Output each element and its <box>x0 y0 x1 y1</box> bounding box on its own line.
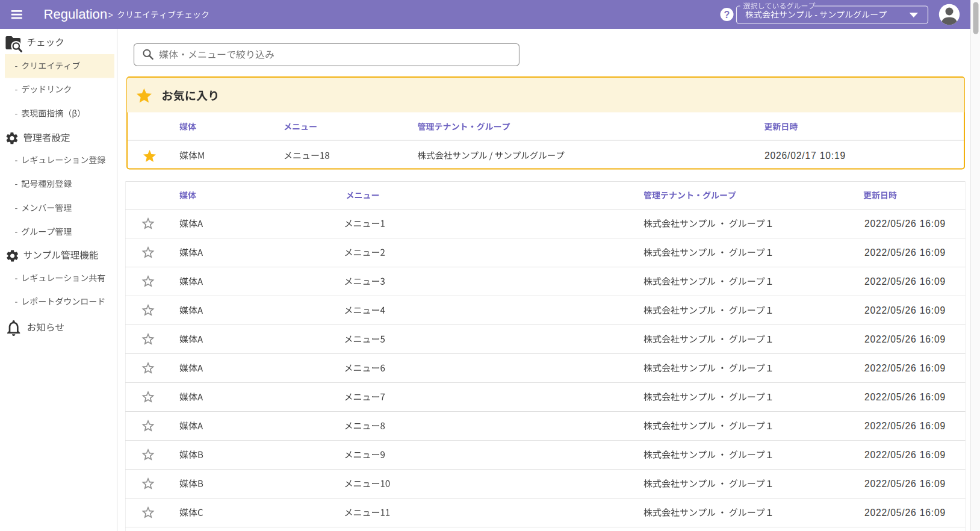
svg-text:2022/05/26 16:09: 2022/05/26 16:09 <box>864 334 946 344</box>
svg-text:2022/05/26 16:09: 2022/05/26 16:09 <box>864 305 946 315</box>
svg-text:Regulation: Regulation <box>44 7 108 22</box>
svg-text:2022/05/26 16:09: 2022/05/26 16:09 <box>864 363 946 373</box>
svg-text:2026/02/17 10:19: 2026/02/17 10:19 <box>764 151 846 161</box>
svg-text:2022/05/26 16:09: 2022/05/26 16:09 <box>864 508 946 518</box>
svg-text:?: ? <box>724 10 730 20</box>
svg-text:2022/05/26 16:09: 2022/05/26 16:09 <box>864 479 946 489</box>
svg-text:2022/05/26 16:09: 2022/05/26 16:09 <box>864 219 946 229</box>
svg-text:2022/05/26 16:09: 2022/05/26 16:09 <box>864 421 946 431</box>
svg-text:2022/05/26 16:09: 2022/05/26 16:09 <box>864 392 946 402</box>
svg-text:2022/05/26 16:09: 2022/05/26 16:09 <box>864 450 946 460</box>
svg-text:>: > <box>108 10 113 20</box>
svg-text:2022/05/26 16:09: 2022/05/26 16:09 <box>864 276 946 287</box>
svg-text:2022/05/26 16:09: 2022/05/26 16:09 <box>864 247 946 258</box>
